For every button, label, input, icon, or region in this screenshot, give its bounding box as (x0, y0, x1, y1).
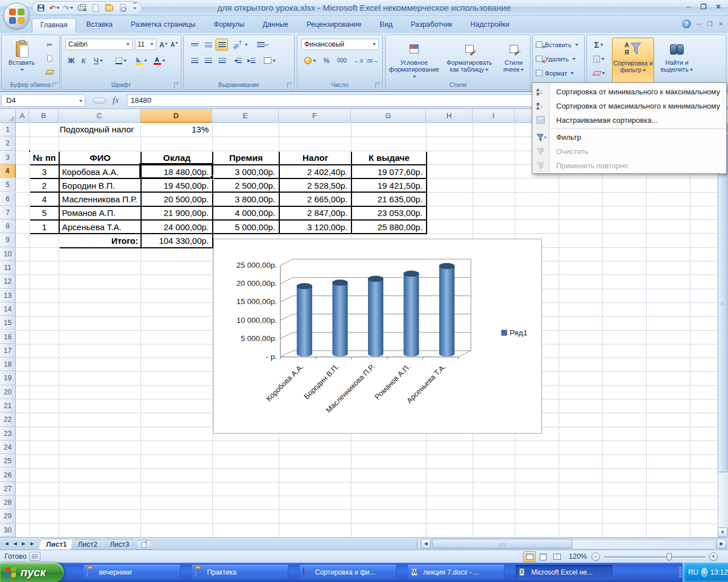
copy-button[interactable] (43, 52, 56, 64)
table-cell[interactable]: 21 635,00р. (352, 193, 427, 206)
table-cell[interactable]: Коробова А.А. (60, 165, 142, 179)
menu-item-custom-sort[interactable]: ↓↑Настраиваемая сортировка... (532, 113, 726, 127)
row-header-5[interactable]: 5 (0, 178, 16, 192)
borders-button[interactable] (114, 55, 129, 66)
row-header-22[interactable]: 22 (0, 413, 16, 426)
zoom-track[interactable] (604, 556, 705, 558)
row-header-28[interactable]: 28 (0, 496, 16, 509)
format-painter-button[interactable] (43, 66, 56, 78)
taskbar-item-Практика[interactable]: Практика (192, 565, 288, 580)
namebox-resize-handle[interactable] (93, 98, 106, 103)
total-label-cell[interactable]: Итого: (60, 234, 142, 248)
column-header-D[interactable]: D (140, 109, 212, 123)
align-middle-button[interactable] (202, 39, 214, 51)
salary-chart[interactable]: - р.5 000,00р.10 000,00р.15 000,00р.20 0… (213, 239, 542, 434)
orientation-button[interactable]: ab↗ (231, 39, 249, 51)
table-cell[interactable]: 5 000,00р. (213, 221, 280, 234)
table-cell[interactable]: 5 (30, 207, 60, 221)
column-header-C[interactable]: C (59, 109, 140, 123)
minimize-icon[interactable]: ─ (684, 3, 694, 11)
row-header-14[interactable]: 14 (0, 302, 16, 316)
sheet-tab-Лист3[interactable]: Лист3 (102, 539, 136, 550)
table-cell[interactable]: 3 120,00р. (280, 221, 352, 234)
restore-icon[interactable]: ❐ (698, 3, 709, 11)
close-icon[interactable]: ✕ (713, 3, 723, 11)
language-indicator[interactable]: RU (688, 568, 698, 576)
grow-font-button[interactable]: А▲ (159, 39, 169, 51)
row-header-20[interactable]: 20 (0, 385, 16, 399)
row-header-1[interactable]: 1 (0, 123, 16, 136)
comma-style-button[interactable]: 000 (334, 55, 350, 66)
table-cell[interactable]: Бородин В.П. (60, 179, 142, 193)
shrink-font-button[interactable]: А▼ (169, 39, 180, 51)
table-cell[interactable]: 2 847,00р. (280, 207, 352, 221)
row-header-13[interactable]: 13 (0, 289, 16, 302)
align-center-button[interactable] (202, 55, 214, 66)
menu-item-sort-desc[interactable]: ЯА↓Сортировка от максимального к минимал… (532, 99, 726, 113)
decrease-decimal-button[interactable]: .00→ (366, 55, 378, 66)
insert-cells-button[interactable]: Вставить (536, 39, 582, 51)
tray-collapse-icon[interactable]: ‹ (701, 568, 708, 577)
row-header-7[interactable]: 7 (0, 206, 16, 219)
row-header-3[interactable]: 3 (0, 151, 16, 164)
table-cell[interactable]: 19 421,50р. (352, 179, 427, 193)
row-header-25[interactable]: 25 (0, 454, 16, 468)
chart-bar[interactable] (439, 266, 454, 354)
table-cell[interactable]: 20 500,00р. (142, 193, 213, 206)
prev-sheet-icon[interactable]: ◀ (11, 539, 19, 548)
row-header-17[interactable]: 17 (0, 344, 16, 357)
vscroll-thumb[interactable]: ≡ (718, 134, 727, 472)
wrap-text-button[interactable]: ↩ (255, 39, 270, 51)
insert-function-icon[interactable]: fx (113, 95, 119, 105)
column-header-G[interactable]: G (351, 109, 426, 123)
hscroll-thumb[interactable]: |||| (432, 539, 572, 548)
row-header-8[interactable]: 8 (0, 219, 16, 233)
zoom-thumb[interactable] (667, 553, 672, 560)
ribbon-tab-Вставка[interactable]: Вставка (78, 18, 121, 33)
ribbon-tab-Вид[interactable]: Вид (372, 18, 401, 33)
find-select-button[interactable]: Найти и выделить (656, 38, 697, 84)
font-color-button[interactable]: А (151, 55, 167, 66)
ribbon-tab-Надстройки[interactable]: Надстройки (462, 18, 518, 33)
sheet-tab-Лист2[interactable]: Лист2 (71, 539, 105, 550)
table-cell[interactable]: 24 000,00р. (142, 221, 213, 234)
table-cell[interactable]: Романов А.П. (60, 207, 142, 221)
table-header-cell[interactable]: ФИО (60, 152, 142, 165)
select-all-corner[interactable] (0, 109, 16, 123)
fill-button[interactable]: ↓ (589, 53, 609, 65)
cell-C1[interactable]: Подоходный налог (60, 123, 139, 136)
row-header-24[interactable]: 24 (0, 440, 16, 454)
save-icon[interactable] (36, 3, 46, 13)
name-box[interactable]: D4 (1, 94, 85, 107)
table-cell[interactable]: Арсеньева Т.А. (60, 221, 142, 234)
first-sheet-icon[interactable]: ◀ (2, 539, 11, 548)
chart-bar[interactable] (404, 273, 419, 354)
undo-icon[interactable]: ↶ (49, 3, 60, 13)
ribbon-tab-Формулы[interactable]: Формулы (205, 18, 252, 33)
row-header-19[interactable]: 19 (0, 371, 16, 385)
row-header-21[interactable]: 21 (0, 399, 16, 413)
column-header-H[interactable]: H (426, 109, 473, 123)
normal-view-button[interactable] (523, 551, 536, 562)
row-header-30[interactable]: 30 (0, 523, 16, 537)
chart-bar[interactable] (297, 286, 312, 354)
row-header-29[interactable]: 29 (0, 509, 16, 523)
format-as-table-button[interactable]: Форматировать как таблицу (442, 38, 496, 82)
alignment-dialog-launcher-icon[interactable] (287, 82, 293, 88)
zoom-in-icon[interactable]: + (709, 552, 718, 561)
number-dialog-launcher-icon[interactable] (375, 82, 381, 88)
table-header-cell[interactable]: Налог (280, 152, 352, 165)
hscroll-right-icon[interactable]: ▶ (717, 539, 726, 548)
table-cell[interactable]: 23 053,00р. (352, 207, 427, 221)
table-cell[interactable]: 4 000,00р. (213, 207, 280, 221)
ribbon-tab-Данные[interactable]: Данные (255, 18, 296, 33)
taskbar-item-Microsoft-Excel-не-[interactable]: XMicrosoft Excel не... (516, 565, 613, 580)
table-header-cell[interactable]: № пп (30, 152, 60, 165)
table-cell[interactable]: 19 450,00р. (142, 179, 213, 193)
row-header-12[interactable]: 12 (0, 275, 16, 288)
ribbon-tab-Разметка страницы[interactable]: Разметка страницы (123, 18, 203, 33)
menu-item-filter[interactable]: =Фильтр (532, 130, 726, 144)
ribbon-tab-Главная[interactable]: Главная (32, 18, 76, 33)
row-header-2[interactable]: 2 (0, 136, 16, 150)
column-header-A[interactable]: A (16, 109, 29, 123)
